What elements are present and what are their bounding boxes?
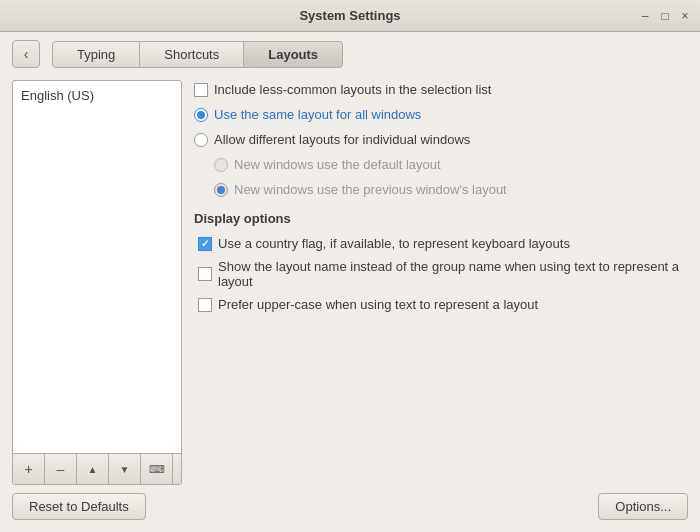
- display-options-block: Use a country flag, if available, to rep…: [194, 234, 688, 314]
- remove-layout-button[interactable]: –: [45, 454, 77, 484]
- tabs-row: ‹ Typing Shortcuts Layouts: [12, 40, 688, 68]
- minimize-button[interactable]: –: [638, 9, 652, 23]
- upper-case-row: Prefer upper-case when using text to rep…: [198, 295, 688, 314]
- bottom-bar: Reset to Defaults Options...: [12, 485, 688, 524]
- titlebar-title: System Settings: [299, 8, 400, 23]
- tabs: Typing Shortcuts Layouts: [52, 41, 343, 68]
- new-windows-default-row: New windows use the default layout: [194, 155, 688, 174]
- right-panel: Include less-common layouts in the selec…: [194, 80, 688, 485]
- country-flag-row: Use a country flag, if available, to rep…: [198, 234, 688, 253]
- new-windows-previous-label: New windows use the previous window's la…: [234, 182, 507, 197]
- display-options-header: Display options: [194, 211, 688, 226]
- titlebar-controls: – □ ×: [638, 9, 692, 23]
- back-button[interactable]: ‹: [12, 40, 40, 68]
- tab-typing[interactable]: Typing: [52, 41, 140, 68]
- country-flag-label: Use a country flag, if available, to rep…: [218, 236, 570, 251]
- main-area: ‹ Typing Shortcuts Layouts English (US) …: [0, 32, 700, 532]
- upper-case-checkbox[interactable]: [198, 298, 212, 312]
- titlebar: System Settings – □ ×: [0, 0, 700, 32]
- layout-list: English (US): [13, 81, 181, 453]
- new-windows-previous-row: New windows use the previous window's la…: [194, 180, 688, 199]
- same-layout-radio[interactable]: [194, 108, 208, 122]
- close-button[interactable]: ×: [678, 9, 692, 23]
- left-panel: English (US) + – ▲ ▼ ⌨: [12, 80, 182, 485]
- different-layouts-label: Allow different layouts for individual w…: [214, 132, 470, 147]
- new-windows-default-label: New windows use the default layout: [234, 157, 441, 172]
- different-layouts-radio[interactable]: [194, 133, 208, 147]
- same-layout-row: Use the same layout for all windows: [194, 105, 688, 124]
- upper-case-label: Prefer upper-case when using text to rep…: [218, 297, 538, 312]
- move-up-button[interactable]: ▲: [77, 454, 109, 484]
- new-windows-default-radio[interactable]: [214, 158, 228, 172]
- content-area: English (US) + – ▲ ▼ ⌨ Include less-comm…: [12, 80, 688, 485]
- include-less-common-checkbox[interactable]: [194, 83, 208, 97]
- options-button[interactable]: Options...: [598, 493, 688, 520]
- reset-to-defaults-button[interactable]: Reset to Defaults: [12, 493, 146, 520]
- different-layouts-row: Allow different layouts for individual w…: [194, 130, 688, 149]
- list-item[interactable]: English (US): [13, 85, 181, 106]
- new-windows-previous-radio[interactable]: [214, 183, 228, 197]
- layout-name-label: Show the layout name instead of the grou…: [218, 259, 688, 289]
- country-flag-checkbox[interactable]: [198, 237, 212, 251]
- include-less-common-row: Include less-common layouts in the selec…: [194, 80, 688, 99]
- same-layout-label: Use the same layout for all windows: [214, 107, 421, 122]
- tab-shortcuts[interactable]: Shortcuts: [140, 41, 244, 68]
- include-less-common-label: Include less-common layouts in the selec…: [214, 82, 491, 97]
- maximize-button[interactable]: □: [658, 9, 672, 23]
- left-toolbar: + – ▲ ▼ ⌨: [13, 453, 181, 484]
- add-layout-button[interactable]: +: [13, 454, 45, 484]
- move-down-button[interactable]: ▼: [109, 454, 141, 484]
- keyboard-preview-button[interactable]: ⌨: [141, 454, 173, 484]
- layout-name-row: Show the layout name instead of the grou…: [198, 257, 688, 291]
- layout-name-checkbox[interactable]: [198, 267, 212, 281]
- tab-layouts[interactable]: Layouts: [244, 41, 343, 68]
